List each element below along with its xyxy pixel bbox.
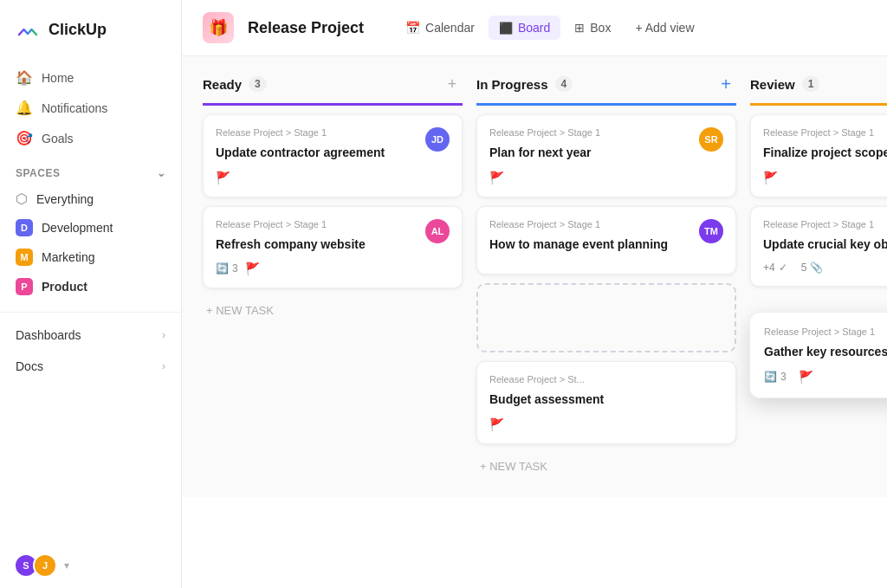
card-refresh-website[interactable]: AL Release Project > Stage 1 Refresh com… (203, 206, 463, 289)
refresh-icon: 🔄 (216, 262, 229, 275)
marketing-label: Marketing (42, 250, 94, 264)
flag-icon: 🚩 (489, 417, 504, 431)
home-icon: 🏠 (16, 69, 33, 86)
box-label: Box (590, 21, 611, 35)
bell-icon: 🔔 (16, 100, 33, 116)
chevron-down-icon[interactable]: ⌄ (157, 167, 166, 179)
everything-icon: ⬡ (16, 191, 28, 207)
card-title: Finalize project scope (763, 145, 887, 162)
card-update-objectives[interactable]: BB Release Project > Stage 1 Update cruc… (750, 206, 887, 288)
view-tabs: 📅 Calendar ⬛ Board ⊞ Box + Add view (395, 16, 704, 40)
column-title-group-review: Review 1 (750, 76, 819, 92)
sidebar-item-product[interactable]: P Product (7, 272, 174, 301)
column-ready: Ready 3 + JD Release Project > Stage 1 U… (203, 74, 463, 480)
everything-label: Everything (36, 192, 94, 206)
spaces-section-label: Spaces ⌄ (0, 157, 181, 184)
app-logo[interactable]: ClickUp (0, 0, 181, 59)
sidebar-item-marketing[interactable]: M Marketing (7, 242, 174, 272)
sidebar-item-docs[interactable]: Docs › (0, 351, 181, 382)
floating-card-title: Gather key resources (764, 344, 887, 361)
card-footer: 🚩 (489, 171, 723, 184)
clickup-logo-icon (14, 16, 42, 43)
product-label: Product (42, 280, 87, 294)
chevron-right-icon: › (162, 360, 165, 372)
card-meta-count: 🔄 3 (216, 262, 238, 275)
new-task-ready[interactable]: + NEW TASK (203, 297, 463, 324)
column-count-ready: 3 (249, 76, 267, 92)
user-avatar-2: J (33, 553, 57, 578)
page-header: 🎁 Release Project 📅 Calendar ⬛ Board ⊞ B… (182, 0, 887, 56)
card-breadcrumb: Release Project > St... (489, 374, 723, 384)
column-add-ready[interactable]: + (442, 74, 463, 94)
add-view-btn[interactable]: + Add view (625, 16, 704, 40)
goals-icon: 🎯 (16, 130, 33, 146)
column-title-group-in-progress: In Progress 4 (476, 76, 573, 92)
product-badge: P (16, 278, 33, 295)
sidebar: ClickUp 🏠 Home 🔔 Notifications 🎯 Goals S… (0, 0, 182, 588)
board: Ready 3 + JD Release Project > Stage 1 U… (182, 56, 887, 497)
floating-card-footer: 🔄 3 🚩 (764, 370, 887, 384)
new-task-in-progress[interactable]: + NEW TASK (476, 453, 736, 480)
board-icon: ⬛ (499, 22, 513, 35)
column-in-progress: In Progress 4 + SR Release Project > Sta… (476, 74, 736, 480)
card-plan-next-year[interactable]: SR Release Project > Stage 1 Plan for ne… (476, 114, 736, 197)
column-header-review: Review 1 + (750, 74, 887, 106)
sidebar-item-dashboards[interactable]: Dashboards › (0, 320, 181, 351)
marketing-badge: M (16, 249, 33, 266)
card-avatar: AL (425, 219, 450, 243)
card-breadcrumb: Release Project > Stage 1 (489, 127, 723, 138)
sidebar-item-goals[interactable]: 🎯 Goals (7, 123, 174, 153)
card-budget-assessment[interactable]: Release Project > St... Budget assessmen… (476, 361, 736, 444)
card-breadcrumb: Release Project > Stage 1 (763, 127, 887, 138)
column-header-ready: Ready 3 + (203, 74, 463, 106)
check-icon: ✓ (779, 262, 787, 274)
card-avatar: JD (425, 127, 450, 152)
calendar-view-btn[interactable]: 📅 Calendar (395, 16, 485, 40)
card-breadcrumb: Release Project > Stage 1 (763, 219, 887, 229)
user-avatars[interactable]: S J (14, 553, 57, 578)
new-task-label: + NEW TASK (206, 304, 274, 317)
sidebar-item-notifications[interactable]: 🔔 Notifications (7, 93, 174, 123)
sidebar-nav: 🏠 Home 🔔 Notifications 🎯 Goals (0, 59, 181, 157)
card-breadcrumb: Release Project > Stage 1 (216, 219, 450, 229)
board-view-btn[interactable]: ⬛ Board (489, 16, 560, 40)
sidebar-notifications-label: Notifications (42, 101, 107, 115)
card-title: Plan for next year (489, 145, 723, 162)
card-avatar: TM (699, 219, 723, 243)
user-menu-chevron[interactable]: ▾ (64, 559, 69, 572)
project-title: Release Project (248, 19, 364, 37)
flag-icon: 🚩 (489, 171, 504, 184)
column-header-in-progress: In Progress 4 + (476, 74, 736, 106)
card-footer: 🚩 (489, 417, 723, 431)
card-manage-event[interactable]: TM Release Project > Stage 1 How to mana… (476, 206, 736, 275)
column-add-in-progress[interactable]: + (715, 74, 736, 94)
sidebar-item-everything[interactable]: ⬡ Everything (7, 184, 174, 213)
app-name: ClickUp (49, 21, 107, 39)
card-breadcrumb: Release Project > Stage 1 (489, 219, 723, 229)
sidebar-item-development[interactable]: D Development (7, 213, 174, 242)
card-finalize-scope[interactable]: KL Release Project > Stage 1 Finalize pr… (750, 114, 887, 197)
card-footer: +4 ✓ 5 📎 (763, 262, 887, 274)
card-meta-count: 5 📎 (801, 262, 824, 274)
column-count-review: 1 (802, 76, 820, 92)
column-title-ready: Ready (203, 77, 242, 92)
chevron-right-icon: › (162, 329, 165, 341)
sidebar-goals-label: Goals (42, 132, 74, 145)
card-title: Update contractor agreement (216, 145, 450, 162)
column-count-in-progress: 4 (555, 76, 573, 92)
card-title: Update crucial key objectives (763, 236, 887, 254)
sidebar-item-home[interactable]: 🏠 Home (7, 62, 174, 93)
development-badge: D (16, 219, 33, 236)
box-view-btn[interactable]: ⊞ Box (564, 16, 621, 40)
calendar-icon: 📅 (405, 21, 420, 35)
flag-icon: 🚩 (763, 171, 778, 184)
board-label: Board (518, 21, 550, 35)
flag-icon: 🚩 (216, 171, 230, 184)
main-content: 🎁 Release Project 📅 Calendar ⬛ Board ⊞ B… (182, 0, 887, 588)
floating-card[interactable]: ✛ AL Release Project > Stage 1 Gather ke… (749, 312, 887, 398)
card-title: How to manage event planning (489, 236, 723, 254)
add-view-label: + Add view (635, 21, 694, 35)
box-icon: ⊞ (574, 21, 585, 35)
card-update-contractor[interactable]: JD Release Project > Stage 1 Update cont… (203, 114, 463, 197)
sidebar-home-label: Home (42, 71, 74, 85)
